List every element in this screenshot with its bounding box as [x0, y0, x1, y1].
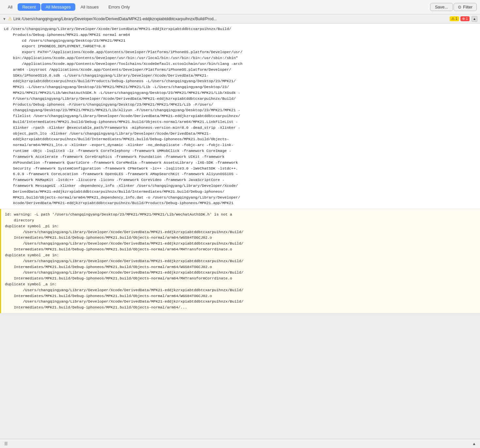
filter-button[interactable]: ⊙ Filter — [454, 3, 477, 11]
bottom-right-icon[interactable]: ▲ — [471, 441, 477, 447]
warning-icon: ⚠ — [8, 16, 12, 21]
ld-code-block: Ld /Users/changqingyang/Library/Develope… — [0, 23, 480, 209]
error-badge: ⊗ 1 — [460, 16, 470, 21]
expand-triangle-icon[interactable]: ▼ — [3, 17, 6, 21]
save-button[interactable]: Save... — [430, 3, 453, 11]
tab-all-messages[interactable]: All Messages — [41, 3, 75, 11]
link-header-text: Link /Users/changqingyang/Library/Develo… — [13, 17, 448, 21]
scroll-up-button[interactable]: ▲ — [472, 16, 477, 22]
warning-code-block: ld: warning: -L path '/Users/changqingya… — [0, 209, 480, 313]
tab-errors-only[interactable]: Errors Only — [104, 3, 135, 11]
filter-label: Filter — [463, 5, 472, 9]
bottom-bar: ☰ ▲ — [0, 439, 480, 448]
filter-icon: ⊙ — [458, 5, 461, 9]
tab-recent[interactable]: Recent — [18, 3, 40, 11]
toolbar: All Recent All Messages All Issues Error… — [0, 0, 480, 14]
content-area: Ld /Users/changqingyang/Library/Develope… — [0, 23, 480, 313]
warning-badge: ⚠ 1 — [450, 16, 459, 21]
bottom-left-icon[interactable]: ☰ — [3, 441, 9, 447]
tab-all-issues[interactable]: All Issues — [76, 3, 103, 11]
tab-all[interactable]: All — [3, 3, 17, 11]
link-header-row: ▼ ⚠ Link /Users/changqingyang/Library/De… — [0, 14, 480, 23]
